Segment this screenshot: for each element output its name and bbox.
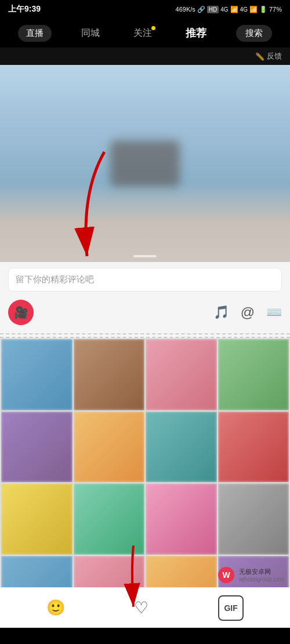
video-content [110, 140, 180, 187]
feedback-button[interactable]: ✏️ 反馈 [255, 51, 282, 61]
tab-search[interactable]: 搜索 [236, 25, 272, 42]
gif-label: GIF [224, 603, 237, 613]
at-icon[interactable]: @ [241, 304, 255, 321]
heart-icon: ♡ [134, 598, 148, 617]
video-area [0, 65, 290, 262]
watermark-url: wjhotelgroup.com [239, 576, 284, 583]
main-content: 留下你的精彩评论吧 🎥 🎵 @ ⌨️ [0, 262, 290, 628]
hd-badge: HD [207, 6, 219, 13]
tab-follow[interactable]: 关注 [129, 25, 157, 42]
status-icons: 469K/s 🔗 HD 4G 📶 4G 📶 🔋 77% [176, 6, 282, 13]
battery-icon: 🔋 [259, 6, 267, 13]
video-record-button[interactable]: 🎥 [8, 300, 34, 325]
grid-cell-2[interactable] [74, 339, 145, 410]
grid-cell-9[interactable] [1, 483, 72, 555]
heart-button[interactable]: ♡ [134, 598, 148, 617]
nav-tabs: 直播 同城 关注 推荐 搜索 [0, 19, 290, 48]
gif-button[interactable]: GIF [218, 595, 244, 621]
watermark-logo: W [217, 566, 235, 584]
grid-cell-12[interactable] [218, 483, 289, 555]
grid-cell-8[interactable] [218, 412, 289, 483]
feedback-bar: ✏️ 反馈 [0, 48, 290, 65]
signal-bars-1: 📶 [230, 6, 238, 13]
tab-live[interactable]: 直播 [18, 25, 52, 42]
comment-panel: 留下你的精彩评论吧 🎥 🎵 @ ⌨️ [0, 262, 290, 333]
emoji-image-grid [0, 338, 290, 628]
tab-recommend[interactable]: 推荐 [181, 24, 211, 42]
status-bar: 上午9:39 469K/s 🔗 HD 4G 📶 4G 📶 🔋 77% [0, 0, 290, 19]
bottom-toolbar: 🙂 ♡ GIF [0, 587, 290, 628]
grid-cell-4[interactable] [218, 339, 289, 410]
grid-cell-7[interactable] [146, 412, 217, 483]
grid-cell-10[interactable] [74, 483, 145, 555]
signal-bars-2: 📶 [249, 6, 258, 13]
grid-cell-3[interactable] [146, 339, 217, 410]
emoji-button[interactable]: 🙂 [46, 599, 65, 617]
feedback-icon: ✏️ [255, 52, 264, 61]
watermark-text-block: 无极安卓网 wjhotelgroup.com [239, 567, 284, 583]
drag-indicator [133, 255, 157, 257]
toolbar-left: 🎥 [8, 300, 34, 325]
svg-text:W: W [222, 570, 230, 580]
dashed-separator [0, 333, 290, 338]
watermark-sitename: 无极安卓网 [239, 567, 284, 576]
tab-nearby[interactable]: 同城 [77, 25, 104, 42]
toolbar-right: 🎵 @ ⌨️ [213, 304, 282, 321]
comment-placeholder: 留下你的精彩评论吧 [16, 274, 94, 284]
comment-input[interactable]: 留下你的精彩评论吧 [8, 268, 282, 292]
grid-cell-6[interactable] [74, 412, 145, 483]
grid-cell-5[interactable] [1, 412, 72, 483]
grid-cell-11[interactable] [146, 483, 217, 555]
grid-cell-1[interactable] [1, 339, 72, 410]
4g-icon-2: 4G [240, 6, 248, 13]
keyboard-icon[interactable]: ⌨️ [266, 305, 282, 320]
watermark: W 无极安卓网 wjhotelgroup.com [217, 566, 284, 584]
comment-toolbar: 🎥 🎵 @ ⌨️ [8, 297, 282, 328]
battery-level: 77% [269, 6, 282, 13]
status-time: 上午9:39 [8, 4, 41, 14]
music-add-icon[interactable]: 🎵 [213, 305, 229, 320]
network-speed: 469K/s [176, 6, 195, 13]
4g-icon-1: 4G [220, 6, 228, 13]
video-record-icon: 🎥 [14, 305, 28, 319]
feedback-label: 反馈 [267, 51, 282, 61]
signal-icon: 🔗 [197, 6, 205, 13]
emoji-icon: 🙂 [46, 599, 65, 617]
